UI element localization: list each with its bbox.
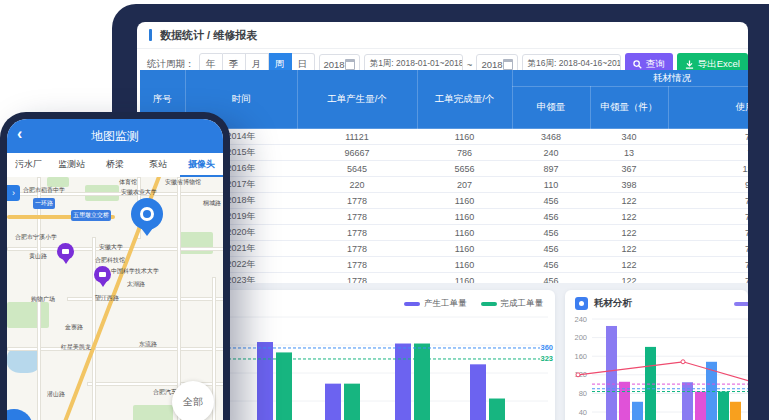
y-tick-label: 240: [574, 315, 587, 324]
cell: 3468: [512, 129, 590, 145]
phone-tab-摄像头[interactable]: 摄像头: [180, 153, 223, 177]
map-poi-label: 体育馆: [119, 178, 137, 187]
map-poi-label: 安徽大学: [99, 243, 123, 252]
cell: 456: [512, 241, 590, 257]
table-row: 42017年2202071103989019: [140, 177, 748, 193]
camera-pin-marker[interactable]: [57, 243, 74, 260]
cell: 1778: [297, 209, 417, 225]
map-poi-label: 黄山路: [29, 252, 47, 261]
cell: 1160: [417, 209, 512, 225]
map-view[interactable]: ›五里墩立交桥一环路体育馆安徽省博物馆合肥市稻香中学安徽农业大学桐城路合肥市宁溪…: [7, 177, 223, 420]
legend-label: 产生工单量: [424, 298, 467, 310]
map-poi-label: 潜山路: [47, 390, 65, 399]
y-tick-label: 160: [574, 352, 587, 361]
calendar-icon: [345, 59, 355, 70]
cell: 79: [668, 209, 748, 225]
phone-tab-泵站[interactable]: 泵站: [137, 153, 180, 177]
cell: 1160: [417, 241, 512, 257]
cell: 7: [668, 145, 748, 161]
group-header: 耗材情况: [512, 70, 748, 87]
export-label: 导出Excel: [698, 58, 740, 71]
cell: 456: [512, 257, 590, 273]
legend-item: 产生工单量: [404, 298, 467, 310]
end-year-value: 2018: [481, 59, 502, 70]
phone-frame: ‹ 地图监测 污水厂监测站桥梁泵站摄像头: [0, 112, 230, 420]
map-poi-label: 金寨路: [65, 323, 83, 332]
cell: 122: [590, 209, 668, 225]
cell: 79: [668, 193, 748, 209]
breadcrumb-bar: 数据统计 / 维修报表: [137, 22, 748, 49]
chart-legend: 产生工单量完成工单量: [404, 298, 543, 310]
cell: 1778: [297, 225, 417, 241]
cell: 1778: [297, 257, 417, 273]
cell: 786: [417, 145, 512, 161]
table-row: 92022年177811604561227967: [140, 257, 748, 273]
map-poi-label: 合肥市稻香中学: [23, 186, 65, 195]
selected-location-pin[interactable]: [131, 198, 163, 230]
map-poi-label: 东流路: [139, 340, 157, 349]
cell: 124: [668, 161, 748, 177]
camera-pin-marker[interactable]: [94, 266, 111, 283]
trend-point: [681, 360, 685, 364]
sub-header: 申领量: [512, 87, 590, 129]
sub-header: 申领量（件）: [590, 87, 668, 129]
map-poi-label: 安徽省博物馆: [165, 178, 201, 187]
bar-completed: [276, 352, 292, 420]
consumable-bar: [682, 382, 693, 420]
bar-completed: [489, 399, 505, 420]
phone-tab-监测站[interactable]: 监测站: [50, 153, 93, 177]
trend-line: [578, 362, 748, 384]
cell: 398: [590, 177, 668, 193]
report-table-wrap: 序号时间工单产生量/个工单完成量/个耗材情况申领量申领量（件）使用量库存量120…: [140, 70, 748, 285]
phone-tab-bar: 污水厂监测站桥梁泵站摄像头: [7, 153, 223, 178]
bar-completed: [414, 344, 430, 420]
phone-screen: ‹ 地图监测 污水厂监测站桥梁泵站摄像头: [7, 119, 223, 420]
calendar-icon: [503, 59, 513, 70]
ref-line-label: 360: [540, 343, 553, 352]
map-poi-label: 安徽农业大学: [121, 188, 157, 197]
table-row: 52018年177811604561227967: [140, 193, 748, 209]
cell: 1160: [417, 193, 512, 209]
map-expander-button[interactable]: ›: [7, 185, 20, 201]
cell: 220: [297, 177, 417, 193]
legend-dash: [404, 302, 420, 306]
cell: 1160: [417, 225, 512, 241]
report-table: 序号时间工单产生量/个工单完成量/个耗材情况申领量申领量（件）使用量库存量120…: [140, 70, 748, 285]
cell: 122: [590, 257, 668, 273]
trend-point: [576, 373, 580, 377]
table-row: 22015年96667786240137690: [140, 145, 748, 161]
cell: 1160: [417, 129, 512, 145]
breadcrumb: 数据统计 / 维修报表: [160, 28, 257, 43]
range-separator: ~: [467, 59, 473, 70]
phone-tab-污水厂[interactable]: 污水厂: [7, 153, 50, 177]
map-poi-label: 望江西路: [95, 294, 119, 303]
cell: 207: [417, 177, 512, 193]
cell: 79: [668, 241, 748, 257]
download-icon: [685, 60, 694, 69]
cell: 5656: [417, 161, 512, 177]
pin-tail: [141, 228, 153, 236]
cell: 1778: [297, 241, 417, 257]
table-row: 12014年111211160346834070250: [140, 129, 748, 145]
cell: 122: [590, 241, 668, 257]
table-row: 82021年177811604561227967: [140, 241, 748, 257]
road-name-label: 五里墩立交桥: [71, 210, 111, 221]
cell: 122: [590, 225, 668, 241]
consumables-chart: 2402001601208040: [565, 290, 748, 420]
cell: 96667: [297, 145, 417, 161]
all-filter-button[interactable]: 全部: [172, 381, 214, 420]
search-icon: [633, 60, 642, 69]
locate-fab-button[interactable]: [7, 409, 33, 420]
cell: 240: [512, 145, 590, 161]
legend-label: 完成工单量: [501, 298, 544, 310]
consumable-bar: [645, 347, 656, 420]
cell: 90: [668, 177, 748, 193]
consumable-bar: [606, 326, 617, 420]
back-icon[interactable]: ‹: [17, 125, 22, 143]
cell: 340: [590, 129, 668, 145]
table-row: 62019年177811604561227967: [140, 209, 748, 225]
map-poi-label: 桐城路: [203, 199, 221, 208]
cell: 367: [590, 161, 668, 177]
phone-tab-桥梁[interactable]: 桥梁: [93, 153, 136, 177]
map-park: [7, 302, 49, 328]
